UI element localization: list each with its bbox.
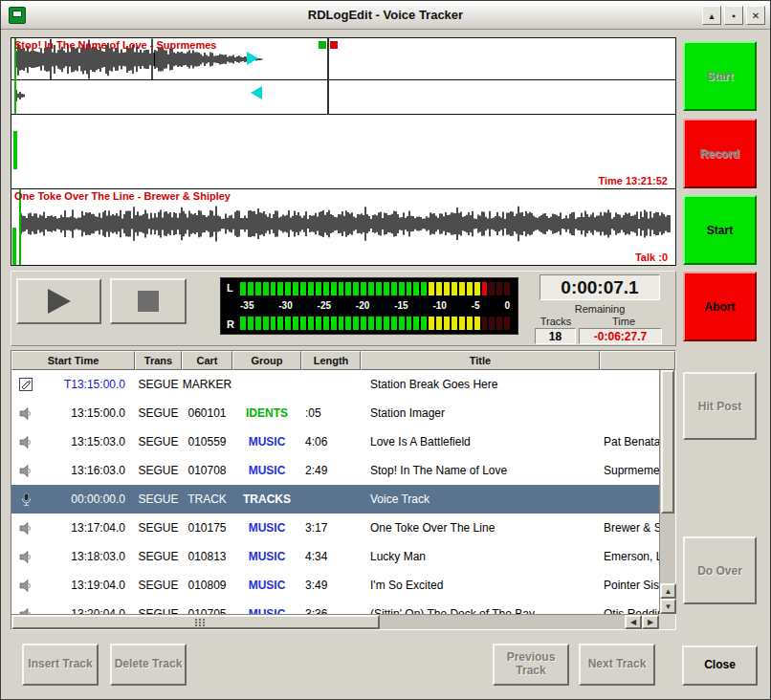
meter-segment xyxy=(496,282,502,295)
meter-segment xyxy=(339,317,344,330)
table-row[interactable]: 13:18:03.0SEGUE010813MUSIC4:34Lucky ManE… xyxy=(11,542,659,571)
next-track-button: Next Track xyxy=(579,644,655,686)
marker-icon xyxy=(11,377,40,392)
scroll-down-button[interactable]: ▼ xyxy=(660,599,676,614)
meter-scale-label: -10 xyxy=(432,300,446,313)
meter-segment xyxy=(308,317,314,330)
level-meter: L R -35-30-25-20-15-10-50 xyxy=(220,277,518,335)
meter-segment xyxy=(474,317,480,330)
vertical-scrollbar[interactable]: ▲ ▼ xyxy=(659,370,675,614)
meter-segment xyxy=(504,282,510,295)
meter-segment xyxy=(271,317,276,330)
cell-group: MUSIC xyxy=(232,435,301,448)
table-row[interactable]: 13:15:03.0SEGUE010559MUSIC4:06Love Is A … xyxy=(11,427,659,456)
meter-segment xyxy=(285,317,291,330)
cell-group: TRACKS xyxy=(232,492,301,506)
close-icon: ✕ xyxy=(752,11,760,21)
meter-segment xyxy=(391,317,397,330)
meter-segment xyxy=(323,317,329,330)
down-arrow-icon: ▼ xyxy=(665,602,672,611)
shade-button[interactable]: ▴ xyxy=(702,6,721,25)
meter-scale-label: -5 xyxy=(472,300,480,313)
shade-icon: ▴ xyxy=(709,11,714,21)
scroll-left-button[interactable]: ◀ xyxy=(625,615,642,629)
meter-segment xyxy=(308,282,314,295)
scroll-up-button[interactable]: ▲ xyxy=(660,583,676,599)
abort-label: Abort xyxy=(705,300,736,314)
title-bar[interactable]: RDLogEdit - Voice Tracker ▴ ▪ ✕ xyxy=(1,1,770,30)
start-next-track-button[interactable]: Start xyxy=(683,195,757,265)
meter-segment xyxy=(300,317,306,330)
talk-marker-right-icon[interactable] xyxy=(247,52,258,65)
horizontal-scrollbar[interactable]: ◀ ▶ xyxy=(11,614,659,629)
window-title: RDLogEdit - Voice Tracker xyxy=(1,8,770,22)
col-title[interactable]: Title xyxy=(361,351,600,370)
col-start-time[interactable]: Start Time xyxy=(11,351,135,370)
vertical-scrollbar-thumb[interactable] xyxy=(661,370,674,514)
meter-scale-label: -30 xyxy=(278,300,292,313)
abort-button[interactable]: Abort xyxy=(683,272,757,341)
speaker-icon xyxy=(11,464,40,478)
waveform-pane-voice-track[interactable]: Time 13:21:52 xyxy=(11,114,675,189)
meter-segment xyxy=(399,317,405,330)
table-row[interactable]: 13:19:04.0SEGUE010809MUSIC3:49I'm So Exc… xyxy=(11,571,659,600)
maximize-icon: ▪ xyxy=(732,11,736,21)
table-row[interactable]: 13:16:03.0SEGUE010708MUSIC2:49Stop! In T… xyxy=(11,456,659,485)
previous-track-label: Previous Track xyxy=(496,651,565,678)
cell-group: MUSIC xyxy=(232,579,301,592)
maximize-button[interactable]: ▪ xyxy=(724,6,743,25)
cell-length: 3:17 xyxy=(301,521,361,535)
stop-icon xyxy=(138,291,159,312)
cell-length: :05 xyxy=(301,406,361,420)
meter-segment xyxy=(384,317,389,330)
meter-segment xyxy=(323,282,329,295)
table-row[interactable]: T13:15:00.0SEGUEMARKERStation Break Goes… xyxy=(11,370,659,399)
close-label: Close xyxy=(704,659,736,672)
segue-start-flag-icon[interactable] xyxy=(319,41,326,49)
table-row[interactable]: 13:15:00.0SEGUE060101IDENTS:05Station Im… xyxy=(11,399,659,427)
speaker-icon xyxy=(11,607,40,615)
segue-marker-line[interactable] xyxy=(327,38,329,114)
cell-trans: SEGUE xyxy=(135,607,182,614)
waveform-pane-previous-track[interactable]: Stop! In The Name of Love - Suprmemes xyxy=(11,38,675,114)
meter-segment xyxy=(316,317,321,330)
play-button[interactable] xyxy=(16,278,101,324)
stop-button[interactable] xyxy=(110,278,187,324)
cell-trans: SEGUE xyxy=(135,464,182,477)
col-length[interactable]: Length xyxy=(301,351,361,370)
meter-scale-label: -15 xyxy=(394,300,408,313)
meter-segment xyxy=(467,282,473,295)
table-row[interactable]: 13:17:04.0SEGUE010175MUSIC3:17One Toke O… xyxy=(11,514,659,542)
col-artist[interactable] xyxy=(600,351,675,370)
cell-trans: SEGUE xyxy=(135,435,182,448)
close-window-button[interactable]: ✕ xyxy=(746,6,765,25)
close-button[interactable]: Close xyxy=(682,645,758,686)
meter-scale-label: -20 xyxy=(356,300,369,313)
talk-marker-left-icon[interactable] xyxy=(251,86,262,99)
waveform-pane-next-track[interactable]: One Toke Over The Line - Brewer & Shiple… xyxy=(11,189,675,265)
cell-title: I'm So Excited xyxy=(361,579,600,592)
cell-start-time: 13:19:04.0 xyxy=(40,579,135,592)
horizontal-scroll-trough[interactable] xyxy=(380,615,625,629)
table-row[interactable]: 00:00:00.0SEGUETRACKTRACKSVoice Track xyxy=(11,485,659,514)
col-trans[interactable]: Trans xyxy=(135,351,182,370)
col-cart[interactable]: Cart xyxy=(182,351,232,370)
horizontal-scrollbar-thumb[interactable] xyxy=(11,615,380,629)
meter-segment xyxy=(452,282,457,295)
cell-start-time: 00:00:00.0 xyxy=(40,492,135,506)
hit-post-label: Hit Post xyxy=(698,400,741,413)
cell-start-time: 13:16:03.0 xyxy=(40,464,135,477)
scroll-right-button[interactable]: ▶ xyxy=(642,615,659,629)
table-row[interactable]: 13:20:04.0SEGUE010705MUSIC3:36(Sittin' O… xyxy=(11,600,659,614)
delete-track-label: Delete Track xyxy=(115,658,183,671)
col-group[interactable]: Group xyxy=(232,351,301,370)
start-previous-track-button: Start xyxy=(683,41,757,111)
segue-end-flag-icon[interactable] xyxy=(330,41,338,49)
cell-cart: 010559 xyxy=(182,435,232,448)
record-button: Record xyxy=(683,119,757,188)
cell-title: Stop! In The Name of Love xyxy=(361,464,600,477)
start-next-label: Start xyxy=(707,224,733,237)
meter-scale-label: 0 xyxy=(504,300,510,313)
speaker-icon xyxy=(11,435,40,449)
insert-track-button: Insert Track xyxy=(22,644,99,686)
